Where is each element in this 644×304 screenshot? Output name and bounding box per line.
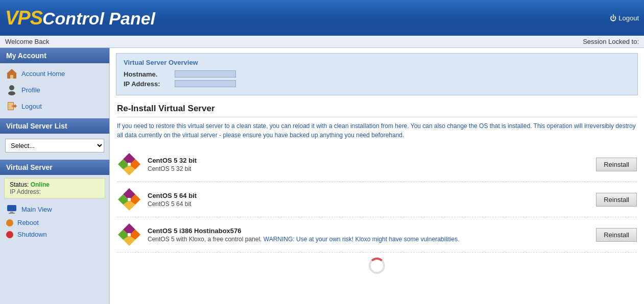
sidebar-item-profile[interactable]: Profile [0, 82, 109, 98]
svg-marker-1 [7, 69, 17, 73]
os-desc-2: CentOS 5 with Kloxo, a free control pane… [148, 236, 590, 243]
door-icon [6, 100, 17, 112]
vs-overview: Virtual Server Overview Hostname. IP Add… [116, 53, 638, 95]
os-item: CentOS 5 32 bit CentOS 5 32 bit Reinstal… [117, 147, 637, 182]
server-select[interactable]: Select... Server 1 Server 2 [5, 139, 104, 153]
os-info-0: CentOS 5 32 bit CentOS 5 32 bit [148, 157, 590, 172]
os-warning-text: WARNING: Use at your own risk! Kloxo mig… [264, 236, 460, 243]
svg-rect-10 [7, 205, 16, 211]
home-icon [6, 68, 17, 79]
svg-rect-2 [10, 75, 13, 79]
monitor-icon [6, 204, 17, 215]
centos-icon-1 [117, 187, 141, 212]
hostname-label: Hostname. [124, 70, 170, 78]
ip-row: IP Address: [10, 188, 100, 195]
loading-area [117, 252, 637, 279]
logout-power-icon: ⏻ [610, 14, 616, 22]
header-logout-button[interactable]: ⏻ Logout [610, 14, 639, 22]
svg-rect-27 [128, 233, 131, 236]
account-home-label: Account Home [21, 70, 65, 78]
svg-point-9 [12, 106, 13, 107]
ip-address-row: IP Address: [124, 80, 630, 88]
os-desc-1: CentOS 5 64 bit [148, 200, 590, 208]
logout-label: Logout [618, 14, 639, 22]
vs-status-box: Status: Online IP Address: [4, 178, 105, 198]
svg-rect-12 [9, 213, 15, 214]
main-view-label: Main View [21, 206, 52, 213]
loading-spinner [369, 258, 385, 274]
svg-marker-8 [15, 104, 17, 108]
status-value: Online [31, 181, 50, 188]
os-name-0: CentOS 5 32 bit [148, 157, 590, 164]
os-item: CentOS 5 64 bit CentOS 5 64 bit Reinstal… [117, 182, 637, 217]
ip-value-bar [175, 80, 236, 87]
os-info-1: CentOS 5 64 bit CentOS 5 64 bit [148, 192, 590, 208]
sidebar-item-logout[interactable]: Logout [0, 98, 109, 114]
centos-icon-0 [117, 152, 141, 176]
ip-label: IP Address: [10, 188, 41, 195]
reboot-icon [6, 219, 13, 226]
svg-rect-22 [128, 198, 131, 201]
profile-label: Profile [21, 86, 40, 94]
person-icon [6, 84, 17, 95]
ip-address-label: IP Address: [124, 80, 170, 88]
status-label: Status: [10, 181, 29, 188]
header: VPS Control Panel ⏻ Logout [0, 0, 644, 36]
reinstall-title: Re-Install Virtual Server [117, 104, 637, 117]
logo-control: Control Panel [42, 9, 155, 29]
reinstall-btn-0[interactable]: Reinstall [596, 158, 637, 171]
sidebar-item-main-view[interactable]: Main View [0, 201, 109, 217]
svg-point-4 [8, 91, 15, 95]
svg-point-3 [9, 85, 14, 90]
main-content: Virtual Server Overview Hostname. IP Add… [110, 48, 644, 304]
os-name-2: CentOS 5 i386 Hostinabox576 [148, 227, 590, 235]
sidebar-item-shutdown[interactable]: Shutdown [0, 229, 109, 240]
svg-rect-11 [10, 212, 13, 213]
reinstall-btn-1[interactable]: Reinstall [596, 193, 637, 207]
virtual-server-list-header: Virtual Server List [0, 118, 109, 134]
reboot-label: Reboot [17, 219, 39, 226]
os-name-1: CentOS 5 64 bit [148, 192, 590, 199]
hostname-row: Hostname. [124, 70, 630, 78]
main-layout: My Account Account Home Profile [0, 48, 644, 304]
welcome-bar: Welcome Back Session Locked to: [0, 36, 644, 48]
os-info-2: CentOS 5 i386 Hostinabox576 CentOS 5 wit… [148, 227, 590, 243]
reinstall-btn-2[interactable]: Reinstall [596, 228, 637, 242]
reinstall-section: Re-Install Virtual Server If you need to… [110, 98, 644, 284]
reinstall-desc: If you need to restore this virtual serv… [117, 121, 637, 140]
os-list: CentOS 5 32 bit CentOS 5 32 bit Reinstal… [117, 147, 637, 279]
hostname-value-bar [175, 70, 236, 78]
svg-rect-17 [128, 163, 131, 166]
logo-vps: VPS [5, 7, 42, 29]
shutdown-label: Shutdown [17, 231, 47, 238]
shutdown-icon [6, 231, 13, 238]
logo: VPS Control Panel [5, 7, 155, 29]
my-account-header: My Account [0, 48, 109, 63]
sidebar-item-reboot[interactable]: Reboot [0, 217, 109, 229]
session-text: Session Locked to: [583, 38, 639, 45]
status-row: Status: Online [10, 181, 100, 188]
centos-icon-2 [117, 222, 141, 247]
logout-sidebar-label: Logout [21, 103, 42, 110]
os-desc-0: CentOS 5 32 bit [148, 165, 590, 172]
vs-overview-title: Virtual Server Overview [124, 59, 630, 66]
sidebar-item-account-home[interactable]: Account Home [0, 65, 109, 82]
os-item: CentOS 5 i386 Hostinabox576 CentOS 5 wit… [117, 217, 637, 252]
server-select-container: Select... Server 1 Server 2 [0, 136, 109, 156]
virtual-server-header: Virtual Server [0, 160, 109, 175]
welcome-text: Welcome Back [5, 38, 49, 45]
sidebar: My Account Account Home Profile [0, 48, 110, 304]
